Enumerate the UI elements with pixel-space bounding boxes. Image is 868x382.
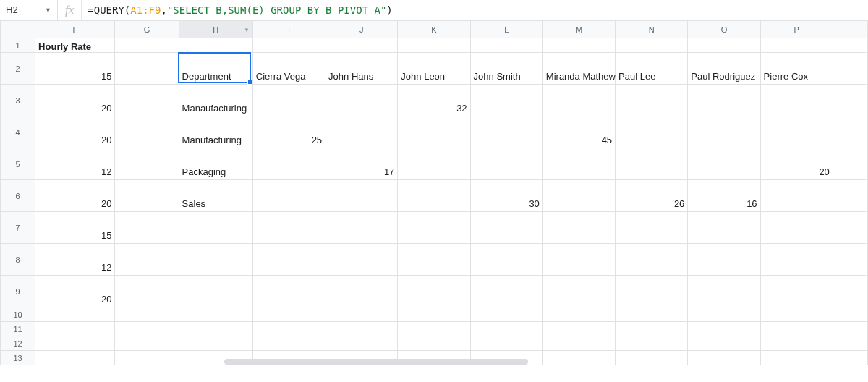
- cell-J6[interactable]: [326, 180, 398, 212]
- cell-P9[interactable]: [760, 276, 833, 307]
- cell-N7[interactable]: [616, 212, 688, 244]
- row-header-6[interactable]: 6: [1, 180, 35, 212]
- column-header-G[interactable]: G: [115, 21, 179, 38]
- cell-blank1[interactable]: [833, 38, 867, 53]
- cell-H3[interactable]: Manaufacturing: [179, 85, 252, 116]
- cell-blank4[interactable]: [833, 116, 867, 148]
- row-header-10[interactable]: 10: [1, 307, 35, 322]
- cell-O8[interactable]: [688, 244, 760, 276]
- cell-H1[interactable]: [179, 38, 252, 53]
- row-header-11[interactable]: 11: [1, 322, 35, 336]
- cell-blank11[interactable]: [833, 322, 867, 336]
- cell-K4[interactable]: [398, 116, 470, 148]
- cell-blank2[interactable]: [833, 53, 867, 85]
- cell-F4[interactable]: 20: [35, 116, 115, 148]
- cell-J9[interactable]: [326, 276, 398, 307]
- cell-P7[interactable]: [760, 212, 833, 244]
- cell-M10[interactable]: [542, 307, 615, 322]
- cell-I7[interactable]: [252, 212, 325, 244]
- cell-J1[interactable]: [326, 38, 398, 53]
- cell-H12[interactable]: [179, 336, 252, 351]
- select-all-corner[interactable]: [1, 21, 35, 38]
- column-header-O[interactable]: O: [688, 21, 760, 38]
- cell-H2[interactable]: Department: [179, 53, 252, 85]
- column-header-K[interactable]: K: [398, 21, 470, 38]
- cell-blank5[interactable]: [833, 148, 867, 180]
- cell-G12[interactable]: [115, 336, 179, 351]
- cell-F2[interactable]: 15: [35, 53, 115, 85]
- row-header-12[interactable]: 12: [1, 336, 35, 351]
- cell-I3[interactable]: [252, 85, 325, 116]
- cell-O12[interactable]: [688, 336, 760, 351]
- cell-I4[interactable]: 25: [252, 116, 325, 148]
- cell-H7[interactable]: [179, 212, 252, 244]
- cell-K8[interactable]: [398, 244, 470, 276]
- cell-L1[interactable]: [470, 38, 542, 53]
- cell-F12[interactable]: [35, 336, 115, 351]
- cell-N10[interactable]: [616, 307, 688, 322]
- cell-L8[interactable]: [470, 244, 542, 276]
- row-header-3[interactable]: 3: [1, 85, 35, 116]
- cell-I5[interactable]: [252, 148, 325, 180]
- cell-H10[interactable]: [179, 307, 252, 322]
- cell-N6[interactable]: 26: [616, 180, 688, 212]
- cell-I11[interactable]: [252, 322, 325, 336]
- cell-G13[interactable]: [115, 351, 179, 365]
- column-header-F[interactable]: F: [35, 21, 115, 38]
- formula-input[interactable]: =QUERY(A1:F9,"SELECT B,SUM(E) GROUP BY B…: [82, 0, 868, 20]
- cell-I10[interactable]: [252, 307, 325, 322]
- column-header-J[interactable]: J: [326, 21, 398, 38]
- cell-O1[interactable]: [688, 38, 760, 53]
- cell-O11[interactable]: [688, 322, 760, 336]
- cell-K3[interactable]: 32: [398, 85, 470, 116]
- cell-L10[interactable]: [470, 307, 542, 322]
- cell-H11[interactable]: [179, 322, 252, 336]
- cell-O6[interactable]: 16: [688, 180, 760, 212]
- cell-G4[interactable]: [115, 116, 179, 148]
- cell-P4[interactable]: [760, 116, 833, 148]
- cell-M9[interactable]: [542, 276, 615, 307]
- cell-O13[interactable]: [688, 351, 760, 365]
- cell-F11[interactable]: [35, 322, 115, 336]
- column-menu-icon[interactable]: ▼: [244, 26, 250, 33]
- cell-J12[interactable]: [326, 336, 398, 351]
- cell-N9[interactable]: [616, 276, 688, 307]
- row-header-7[interactable]: 7: [1, 212, 35, 244]
- horizontal-scrollbar[interactable]: [224, 359, 528, 365]
- cell-G8[interactable]: [115, 244, 179, 276]
- cell-F13[interactable]: [35, 351, 115, 365]
- cell-M6[interactable]: [542, 180, 615, 212]
- cell-H8[interactable]: [179, 244, 252, 276]
- cell-M1[interactable]: [542, 38, 615, 53]
- cell-P5[interactable]: 20: [760, 148, 833, 180]
- cell-O2[interactable]: Paul Rodriguez: [688, 53, 760, 85]
- cell-K2[interactable]: John Leon: [398, 53, 470, 85]
- cell-P6[interactable]: [760, 180, 833, 212]
- cell-H6[interactable]: Sales: [179, 180, 252, 212]
- cell-G7[interactable]: [115, 212, 179, 244]
- row-header-5[interactable]: 5: [1, 148, 35, 180]
- cell-J3[interactable]: [326, 85, 398, 116]
- cell-F6[interactable]: 20: [35, 180, 115, 212]
- cell-L9[interactable]: [470, 276, 542, 307]
- cell-blank7[interactable]: [833, 212, 867, 244]
- cell-P8[interactable]: [760, 244, 833, 276]
- cell-K5[interactable]: [398, 148, 470, 180]
- cell-M5[interactable]: [542, 148, 615, 180]
- cell-L2[interactable]: John Smith: [470, 53, 542, 85]
- row-header-9[interactable]: 9: [1, 276, 35, 307]
- cell-K9[interactable]: [398, 276, 470, 307]
- cell-J7[interactable]: [326, 212, 398, 244]
- row-header-1[interactable]: 1: [1, 38, 35, 53]
- cell-M11[interactable]: [542, 322, 615, 336]
- cell-K7[interactable]: [398, 212, 470, 244]
- cell-blank13[interactable]: [833, 351, 867, 365]
- cell-L4[interactable]: [470, 116, 542, 148]
- cell-F7[interactable]: 15: [35, 212, 115, 244]
- cell-K10[interactable]: [398, 307, 470, 322]
- cell-M3[interactable]: [542, 85, 615, 116]
- cell-K11[interactable]: [398, 322, 470, 336]
- cell-O9[interactable]: [688, 276, 760, 307]
- row-header-4[interactable]: 4: [1, 116, 35, 148]
- cell-L7[interactable]: [470, 212, 542, 244]
